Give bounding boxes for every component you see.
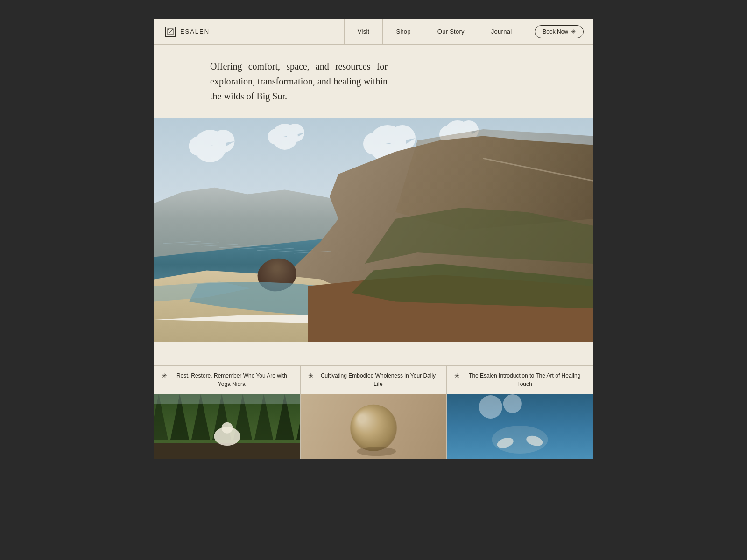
card-asterisk-3: ✳ — [454, 372, 460, 380]
card-canvas-1 — [154, 394, 300, 459]
hero-text-content: Offering comfort, space, and resources f… — [182, 45, 565, 118]
logo-icon — [165, 27, 176, 37]
card-label-2[interactable]: ✳ Cultivating Embodied Wholeness in Your… — [301, 366, 447, 394]
cards-images — [154, 394, 593, 459]
book-now-label: Book Now — [543, 28, 568, 35]
card-label-3[interactable]: ✳ The Esalen Introduction to The Art of … — [447, 366, 593, 394]
book-now-button[interactable]: Book Now ✳ — [535, 25, 584, 38]
card-image-2 — [301, 394, 447, 459]
spacer-sidebar-left — [154, 342, 182, 365]
cards-labels: ✳ Rest, Restore, Remember Who You Are wi… — [154, 365, 593, 394]
nav-link-visit[interactable]: Visit — [345, 19, 383, 44]
card-title-1: Rest, Restore, Remember Who You Are with… — [171, 371, 293, 388]
page-wrapper: ESALEN Visit Shop Our Story Journal Book… — [75, 0, 672, 478]
card-title-3: The Esalen Introduction to The Art of He… — [464, 371, 585, 388]
nav-links: Visit Shop Our Story Journal Book Now ✳ — [345, 19, 593, 44]
nav-link-shop[interactable]: Shop — [383, 19, 424, 44]
main-nav: ESALEN Visit Shop Our Story Journal Book… — [154, 19, 593, 45]
nav-link-journal[interactable]: Journal — [478, 19, 525, 44]
logo-link[interactable]: ESALEN — [154, 19, 345, 44]
hero-sidebar-left — [154, 45, 182, 118]
card-canvas-3 — [447, 394, 593, 459]
cards-section: ✳ Rest, Restore, Remember Who You Are wi… — [154, 365, 593, 459]
hero-canvas — [154, 118, 593, 342]
card-canvas-2 — [301, 394, 447, 459]
card-label-1[interactable]: ✳ Rest, Restore, Remember Who You Are wi… — [154, 366, 301, 394]
hero-sidebar-right — [565, 45, 593, 118]
hero-text-section: Offering comfort, space, and resources f… — [154, 45, 593, 118]
card-asterisk-1: ✳ — [162, 372, 167, 380]
card-image-3 — [447, 394, 593, 459]
main-hero-image — [154, 118, 593, 342]
card-title-2: Cultivating Embodied Wholeness in Your D… — [317, 371, 439, 388]
logo-text: ESALEN — [180, 28, 210, 35]
book-now-icon: ✳ — [571, 28, 576, 35]
spacer-content — [182, 342, 565, 365]
nav-link-our-story[interactable]: Our Story — [424, 19, 478, 44]
hero-tagline: Offering comfort, space, and resources f… — [210, 59, 388, 104]
card-asterisk-2: ✳ — [308, 372, 314, 380]
spacer-section — [154, 342, 593, 365]
card-image-1 — [154, 394, 301, 459]
site-container: ESALEN Visit Shop Our Story Journal Book… — [154, 19, 593, 459]
book-now-area: Book Now ✳ — [525, 19, 593, 44]
spacer-sidebar-right — [565, 342, 593, 365]
